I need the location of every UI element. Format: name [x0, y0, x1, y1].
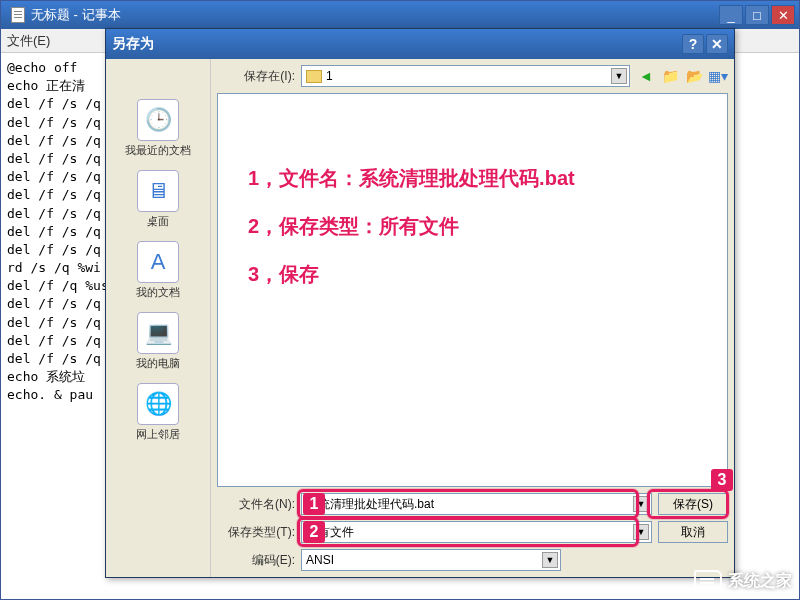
filetype-dropdown[interactable]: 所有文件 ▼: [301, 521, 652, 543]
new-folder-icon[interactable]: 📂: [684, 66, 704, 86]
menu-file[interactable]: 文件(E): [7, 32, 50, 50]
filetype-label: 保存类型(T):: [217, 524, 295, 541]
watermark-icon: [694, 570, 722, 592]
notepad-title: 无标题 - 记事本: [5, 6, 121, 24]
sidebar-item-1[interactable]: 🖥桌面: [106, 164, 210, 235]
watermark: 系统之家: [694, 570, 792, 592]
annotation-3: 3，保存: [248, 250, 575, 298]
sidebar-item-2[interactable]: A我的文档: [106, 235, 210, 306]
sidebar-item-3[interactable]: 💻我的电脑: [106, 306, 210, 377]
encoding-label: 编码(E):: [217, 552, 295, 569]
badge-3: 3: [711, 469, 733, 491]
window-controls: _ □ ✕: [719, 5, 795, 25]
badge-1: 1: [303, 493, 325, 515]
chevron-down-icon[interactable]: ▼: [633, 524, 649, 540]
filename-value: 系统清理批处理代码.bat: [306, 496, 434, 513]
annotation-overlay: 1，文件名：系统清理批处理代码.bat 2，保存类型：所有文件 3，保存: [248, 154, 575, 298]
help-button[interactable]: ?: [682, 34, 704, 54]
cancel-button[interactable]: 取消: [658, 521, 728, 543]
dialog-close-button[interactable]: ✕: [706, 34, 728, 54]
close-button[interactable]: ✕: [771, 5, 795, 25]
view-icon[interactable]: ▦▾: [708, 66, 728, 86]
sidebar-icon: 🕒: [137, 99, 179, 141]
save-in-dropdown[interactable]: 1 ▼: [301, 65, 630, 87]
annotation-1: 1，文件名：系统清理批处理代码.bat: [248, 154, 575, 202]
notepad-title-text: 无标题 - 记事本: [31, 6, 121, 24]
chevron-down-icon[interactable]: ▼: [542, 552, 558, 568]
encoding-dropdown[interactable]: ANSI ▼: [301, 549, 561, 571]
encoding-value: ANSI: [306, 553, 334, 567]
sidebar-item-0[interactable]: 🕒我最近的文档: [106, 93, 210, 164]
sidebar-label: 网上邻居: [136, 427, 180, 442]
annotation-2: 2，保存类型：所有文件: [248, 202, 575, 250]
watermark-text: 系统之家: [728, 571, 792, 592]
sidebar-label: 我的电脑: [136, 356, 180, 371]
back-icon[interactable]: ◄: [636, 66, 656, 86]
sidebar-icon: 🌐: [137, 383, 179, 425]
sidebar-label: 我的文档: [136, 285, 180, 300]
document-icon: [11, 7, 25, 23]
filename-input[interactable]: 系统清理批处理代码.bat ▼: [301, 493, 652, 515]
save-in-label: 保存在(I):: [217, 68, 295, 85]
filename-label: 文件名(N):: [217, 496, 295, 513]
dialog-titlebar[interactable]: 另存为 ? ✕: [106, 29, 734, 59]
minimize-button[interactable]: _: [719, 5, 743, 25]
up-icon[interactable]: 📁: [660, 66, 680, 86]
folder-icon: [306, 70, 322, 83]
file-list-area[interactable]: 1，文件名：系统清理批处理代码.bat 2，保存类型：所有文件 3，保存: [217, 93, 728, 487]
badge-2: 2: [303, 521, 325, 543]
chevron-down-icon[interactable]: ▼: [611, 68, 627, 84]
sidebar-item-4[interactable]: 🌐网上邻居: [106, 377, 210, 448]
chevron-down-icon[interactable]: ▼: [633, 496, 649, 512]
save-in-value: 1: [326, 69, 333, 83]
sidebar-icon: 💻: [137, 312, 179, 354]
sidebar-label: 我最近的文档: [125, 143, 191, 158]
places-sidebar: 🕒我最近的文档🖥桌面A我的文档💻我的电脑🌐网上邻居: [106, 59, 211, 577]
dialog-title: 另存为: [112, 35, 154, 53]
notepad-titlebar[interactable]: 无标题 - 记事本 _ □ ✕: [1, 1, 799, 29]
save-button[interactable]: 保存(S): [658, 493, 728, 515]
sidebar-label: 桌面: [147, 214, 169, 229]
maximize-button[interactable]: □: [745, 5, 769, 25]
sidebar-icon: 🖥: [137, 170, 179, 212]
sidebar-icon: A: [137, 241, 179, 283]
save-as-dialog: 另存为 ? ✕ 🕒我最近的文档🖥桌面A我的文档💻我的电脑🌐网上邻居 保存在(I)…: [105, 28, 735, 578]
